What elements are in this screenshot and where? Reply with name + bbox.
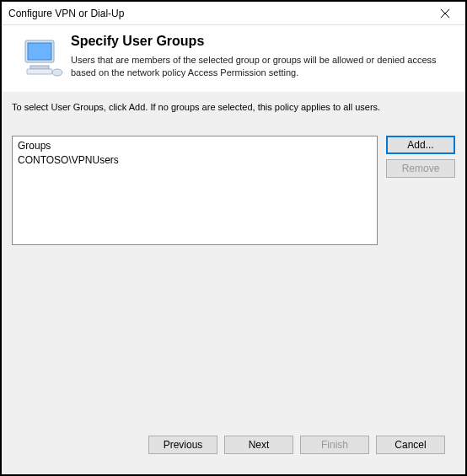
svg-rect-5 (27, 69, 52, 74)
svg-rect-3 (28, 43, 51, 60)
list-item[interactable]: CONTOSO\VPNUsers (18, 153, 372, 167)
titlebar: Configure VPN or Dial-Up (2, 2, 465, 25)
cancel-button[interactable]: Cancel (376, 436, 445, 454)
wizard-header: Specify User Groups Users that are membe… (2, 25, 465, 92)
close-icon (441, 7, 449, 20)
header-icon-wrap (13, 34, 71, 80)
page-title: Specify User Groups (71, 34, 454, 49)
finish-button[interactable]: Finish (300, 436, 369, 454)
window-title: Configure VPN or Dial-Up (8, 8, 428, 19)
groups-column-header: Groups (18, 140, 372, 153)
content-area: To select User Groups, click Add. If no … (2, 92, 465, 474)
close-button[interactable] (428, 3, 462, 24)
previous-button[interactable]: Previous (148, 436, 217, 454)
wizard-footer: Previous Next Finish Cancel (12, 427, 455, 464)
computer-icon (20, 37, 64, 80)
page-description: Users that are members of the selected g… (71, 54, 454, 79)
instruction-text: To select User Groups, click Add. If no … (12, 100, 455, 120)
svg-point-6 (52, 69, 62, 76)
svg-rect-4 (30, 66, 49, 69)
remove-button[interactable]: Remove (386, 159, 455, 178)
groups-listbox[interactable]: Groups CONTOSO\VPNUsers (12, 136, 378, 245)
next-button[interactable]: Next (224, 436, 293, 454)
add-button[interactable]: Add... (386, 136, 455, 154)
